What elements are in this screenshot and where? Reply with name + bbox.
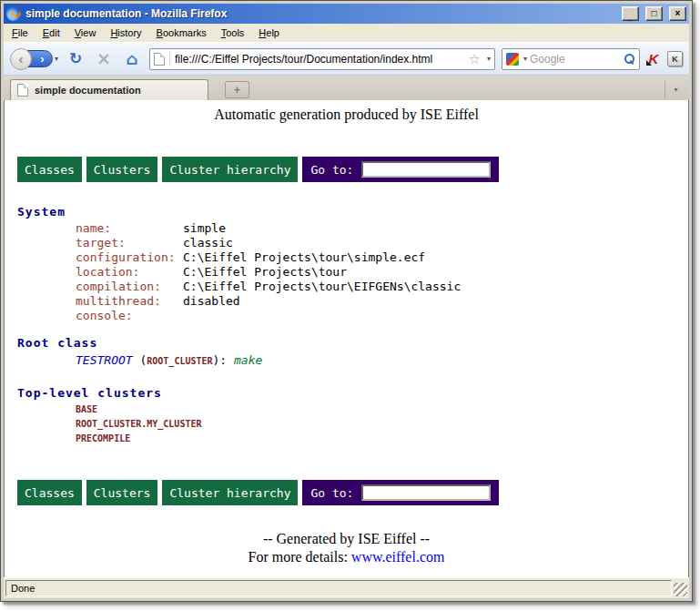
- system-heading: System: [17, 205, 675, 219]
- tab-favicon: [17, 84, 28, 97]
- clusters-heading: Top-level clusters: [17, 386, 675, 400]
- close-icon: ×: [675, 9, 681, 18]
- top-level-clusters-section: Top-level clusters BASE ROOT_CLUSTER.MY_…: [17, 386, 675, 446]
- menu-view[interactable]: View: [67, 25, 104, 41]
- resize-grip[interactable]: [674, 583, 687, 596]
- page-content: Automatic generation produced by ISE Eif…: [4, 100, 689, 577]
- page-title: Automatic generation produced by ISE Eif…: [17, 107, 675, 123]
- creation-feature-link[interactable]: make: [234, 353, 262, 367]
- google-engine-icon: [506, 53, 519, 66]
- menu-history[interactable]: History: [103, 25, 148, 41]
- doc-footer: -- Generated by ISE Eiffel -- For more d…: [17, 530, 675, 566]
- row-label: location:: [76, 265, 183, 280]
- system-row-console: console:: [17, 309, 675, 323]
- reload-button[interactable]: ↻: [65, 51, 86, 66]
- goto-input-top[interactable]: [361, 161, 491, 178]
- open-paren: (: [133, 353, 147, 367]
- classes-button-bottom[interactable]: Classes: [17, 480, 82, 505]
- navigation-toolbar: ‹ › ▾ ↻ × ⌂ ☆ ▾ ▾ K K: [4, 42, 689, 76]
- row-value: simple: [183, 221, 226, 235]
- root-class-link[interactable]: TESTROOT: [76, 353, 133, 367]
- system-row-target: target:classic: [17, 236, 675, 250]
- doc-nav-bottom: Classes Clusters Cluster hierarchy Go to…: [17, 480, 675, 505]
- firefox-icon: [6, 6, 21, 21]
- cluster-link-base[interactable]: BASE: [17, 402, 675, 417]
- maximize-icon: □: [651, 9, 656, 18]
- root-cluster-link[interactable]: ROOT_CLUSTER: [147, 356, 212, 366]
- window-title: simple documentation - Mozilla Firefox: [25, 7, 615, 20]
- browser-window: simple documentation - Mozilla Firefox _…: [0, 0, 693, 602]
- site-identity-page-icon[interactable]: [154, 53, 165, 66]
- root-class-line: TESTROOT (ROOT_CLUSTER): make: [17, 353, 675, 369]
- home-button[interactable]: ⌂: [121, 51, 143, 67]
- system-rows: name:simple target:classic configuration…: [17, 221, 675, 323]
- cluster-link-precompile[interactable]: PRECOMPILE: [17, 432, 675, 446]
- goto-box: Go to:: [302, 157, 499, 182]
- row-label: name:: [76, 221, 183, 236]
- back-arrow-icon: ‹: [19, 51, 24, 66]
- goto-label-bottom: Go to:: [310, 486, 353, 500]
- classes-button[interactable]: Classes: [17, 157, 82, 182]
- stop-button[interactable]: ×: [93, 50, 115, 67]
- menu-file[interactable]: File: [5, 25, 36, 41]
- footer-details-line: For more details: www.eiffel.com: [17, 548, 675, 566]
- goto-input-bottom[interactable]: [361, 484, 491, 501]
- menu-tools[interactable]: Tools: [214, 25, 252, 41]
- status-text: Done: [5, 580, 672, 596]
- bookmark-star-icon[interactable]: ☆: [469, 52, 481, 66]
- row-value: classic: [183, 236, 233, 249]
- row-label: multithread:: [76, 294, 183, 309]
- tab-list-dropdown-icon[interactable]: ▾: [664, 81, 686, 98]
- system-row-location: location:C:\Eiffel Projects\tour: [17, 265, 675, 280]
- url-bar[interactable]: ☆ ▾: [149, 48, 495, 70]
- row-value: disabled: [183, 294, 240, 308]
- clusters-button-bottom[interactable]: Clusters: [86, 480, 158, 505]
- goto-label: Go to:: [310, 163, 353, 177]
- minimize-button[interactable]: _: [622, 6, 639, 21]
- tab-simple-documentation[interactable]: simple documentation: [10, 79, 208, 100]
- cluster-hierarchy-button[interactable]: Cluster hierarchy: [162, 157, 298, 182]
- menu-bar: File Edit View History Bookmarks Tools H…: [4, 24, 689, 42]
- close-button[interactable]: ×: [669, 6, 686, 21]
- system-row-compilation: compilation:C:\Eiffel Projects\tour\EIFG…: [17, 280, 675, 294]
- cluster-link-root-cluster-my-cluster[interactable]: ROOT_CLUSTER.MY_CLUSTER: [17, 417, 675, 432]
- footer-generated-line: -- Generated by ISE Eiffel --: [17, 530, 675, 548]
- row-label: target:: [76, 236, 183, 250]
- menu-bookmarks[interactable]: Bookmarks: [149, 25, 214, 41]
- back-forward-group: ‹ › ▾: [10, 48, 58, 70]
- urlbar-dropdown-icon[interactable]: ▾: [487, 55, 491, 63]
- tab-strip: simple documentation + ▾: [4, 76, 689, 100]
- doc-nav-top: Classes Clusters Cluster hierarchy Go to…: [17, 157, 675, 182]
- row-label: configuration:: [76, 250, 183, 265]
- clusters-button[interactable]: Clusters: [86, 157, 158, 182]
- menu-edit[interactable]: Edit: [36, 25, 67, 41]
- kaspersky-icon[interactable]: K: [646, 52, 661, 66]
- cluster-hierarchy-button-bottom[interactable]: Cluster hierarchy: [162, 480, 298, 505]
- system-row-configuration: configuration:C:\Eiffel Projects\tour\si…: [17, 250, 675, 265]
- back-button[interactable]: ‹: [10, 48, 32, 70]
- row-value: C:\Eiffel Projects\tour: [183, 265, 347, 279]
- forward-arrow-icon: ›: [40, 52, 44, 66]
- root-class-section: Root class TESTROOT (ROOT_CLUSTER): make: [17, 336, 675, 369]
- eiffel-website-link[interactable]: www.eiffel.com: [351, 549, 445, 565]
- search-input[interactable]: [530, 53, 621, 66]
- row-value: C:\Eiffel Projects\tour\simple.ecf: [183, 250, 425, 264]
- maximize-button[interactable]: □: [645, 6, 663, 21]
- status-bar: Done: [4, 577, 689, 598]
- footer-details-prefix: For more details:: [249, 549, 351, 565]
- menu-help[interactable]: Help: [251, 25, 287, 41]
- row-value: C:\Eiffel Projects\tour\EIFGENs\classic: [183, 280, 461, 293]
- clusters-list: BASE ROOT_CLUSTER.MY_CLUSTER PRECOMPILE: [17, 402, 675, 446]
- url-input[interactable]: [175, 53, 464, 66]
- search-engine-dropdown-icon[interactable]: ▾: [523, 55, 527, 63]
- search-magnifier-icon[interactable]: [624, 53, 635, 65]
- row-label: console:: [76, 309, 183, 323]
- system-row-name: name:simple: [17, 221, 675, 236]
- system-section: System name:simple target:classic config…: [17, 205, 675, 323]
- new-tab-button[interactable]: +: [225, 81, 249, 98]
- system-row-multithread: multithread:disabled: [17, 294, 675, 309]
- title-bar: simple documentation - Mozilla Firefox _…: [4, 4, 689, 24]
- search-box[interactable]: ▾: [502, 48, 640, 70]
- history-dropdown-icon[interactable]: ▾: [55, 55, 58, 63]
- virtual-keyboard-icon[interactable]: K: [667, 51, 683, 66]
